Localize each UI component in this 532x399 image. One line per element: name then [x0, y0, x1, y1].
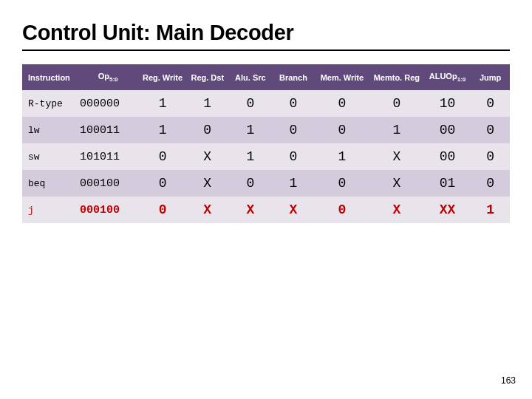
- cell-regwrite: 0: [139, 197, 185, 223]
- cell-jump: 0: [471, 117, 510, 143]
- cell-memtoreg: 1: [369, 117, 424, 143]
- cell-branch: 0: [272, 117, 315, 143]
- cell-regdst: X: [186, 197, 229, 223]
- cell-branch: X: [272, 197, 315, 223]
- table-row: beq0001000X010X010: [22, 170, 510, 197]
- table-row: sw1010110X101X000: [22, 143, 510, 170]
- hdr-aluop: ALUOp1:0: [424, 64, 471, 90]
- cell-instruction: sw: [22, 143, 77, 170]
- cell-alusrc: 0: [229, 90, 272, 117]
- hdr-regwrite: Reg. Write: [139, 64, 185, 90]
- cell-aluop: XX: [424, 197, 471, 223]
- table-head: Instruction Op5:0 Reg. Write Reg. Dst Al…: [22, 64, 510, 90]
- hdr-alusrc: Alu. Src: [229, 64, 272, 90]
- cell-branch: 1: [272, 170, 315, 197]
- cell-regwrite: 0: [139, 143, 185, 170]
- hdr-jump: Jump: [471, 64, 510, 90]
- page-number: 163: [501, 375, 516, 386]
- cell-jump: 0: [471, 90, 510, 117]
- cell-instruction: j: [22, 197, 77, 223]
- cell-regdst: X: [186, 170, 229, 197]
- cell-instruction: beq: [22, 170, 77, 197]
- table-row: R-type000000110000100: [22, 90, 510, 117]
- cell-alusrc: 1: [229, 143, 272, 170]
- cell-memwrite: 1: [315, 143, 369, 170]
- cell-memtoreg: X: [369, 197, 424, 223]
- cell-op: 000100: [77, 170, 139, 197]
- cell-alusrc: X: [229, 197, 272, 223]
- cell-op: 100011: [77, 117, 139, 143]
- hdr-op: Op5:0: [77, 64, 139, 90]
- cell-memwrite: 0: [315, 90, 369, 117]
- cell-op: 000100: [77, 197, 139, 223]
- title-rule: [22, 50, 510, 51]
- hdr-aluop-pre: ALUOp: [429, 72, 457, 81]
- cell-memwrite: 0: [315, 170, 369, 197]
- hdr-branch: Branch: [272, 64, 315, 90]
- cell-jump: 0: [471, 170, 510, 197]
- cell-memwrite: 0: [315, 117, 369, 143]
- cell-regwrite: 1: [139, 117, 185, 143]
- table-body: R-type000000110000100lw100011101001000sw…: [22, 90, 510, 223]
- cell-regwrite: 1: [139, 90, 185, 117]
- cell-jump: 1: [471, 197, 510, 223]
- hdr-op-pre: Op: [98, 72, 109, 81]
- cell-op: 101011: [77, 143, 139, 170]
- decoder-table: Instruction Op5:0 Reg. Write Reg. Dst Al…: [22, 64, 510, 223]
- cell-memtoreg: 0: [369, 90, 424, 117]
- slide: Control Unit: Main Decoder Instruction O…: [0, 0, 532, 223]
- hdr-regdst: Reg. Dst: [186, 64, 229, 90]
- cell-aluop: 01: [424, 170, 471, 197]
- hdr-memwrite: Mem. Write: [315, 64, 369, 90]
- table-row: lw100011101001000: [22, 117, 510, 143]
- cell-memtoreg: X: [369, 143, 424, 170]
- cell-jump: 0: [471, 143, 510, 170]
- cell-memwrite: 0: [315, 197, 369, 223]
- table-row: j0001000XXX0XXX1: [22, 197, 510, 223]
- cell-aluop: 10: [424, 90, 471, 117]
- cell-branch: 0: [272, 143, 315, 170]
- cell-memtoreg: X: [369, 170, 424, 197]
- hdr-aluop-sub: 1:0: [457, 76, 466, 83]
- hdr-instruction: Instruction: [22, 64, 77, 90]
- cell-instruction: lw: [22, 117, 77, 143]
- hdr-op-sub: 5:0: [109, 76, 118, 83]
- cell-aluop: 00: [424, 117, 471, 143]
- cell-alusrc: 0: [229, 170, 272, 197]
- hdr-memtoreg: Memto. Reg: [369, 64, 424, 90]
- header-row: Instruction Op5:0 Reg. Write Reg. Dst Al…: [22, 64, 510, 90]
- cell-instruction: R-type: [22, 90, 77, 117]
- cell-branch: 0: [272, 90, 315, 117]
- cell-regdst: 0: [186, 117, 229, 143]
- page-title: Control Unit: Main Decoder: [22, 21, 510, 45]
- cell-regdst: X: [186, 143, 229, 170]
- cell-aluop: 00: [424, 143, 471, 170]
- cell-regwrite: 0: [139, 170, 185, 197]
- cell-alusrc: 1: [229, 117, 272, 143]
- cell-op: 000000: [77, 90, 139, 117]
- cell-regdst: 1: [186, 90, 229, 117]
